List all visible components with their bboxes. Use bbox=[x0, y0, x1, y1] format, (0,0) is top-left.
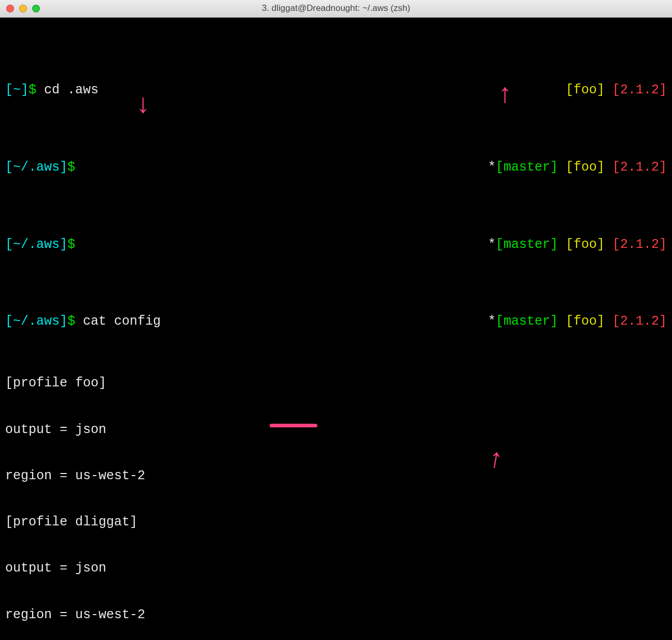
rprompt-version: [2.1.2] bbox=[612, 160, 667, 175]
rprompt-dirty: * bbox=[488, 237, 496, 252]
terminal-line: [~/.aws]$ cat config *[master] [foo] [2.… bbox=[5, 314, 667, 329]
terminal-line: [~/.aws]$ *[master] [foo] [2.1.2] bbox=[5, 160, 667, 175]
output-line: output = json bbox=[5, 561, 667, 576]
prompt-path: [~/.aws] bbox=[5, 160, 67, 175]
annotation-arrow-down-icon: ↓ bbox=[135, 92, 151, 119]
annotation-arrow-up-icon: ↑ bbox=[497, 82, 513, 109]
window-title: 3. dliggat@Dreadnought: ~/.aws (zsh) bbox=[262, 3, 410, 13]
rprompt-profile: [foo] bbox=[566, 82, 605, 98]
rprompt-version: [2.1.2] bbox=[612, 237, 667, 252]
rprompt-version: [2.1.2] bbox=[612, 314, 667, 329]
rprompt-branch: [master] bbox=[496, 160, 558, 175]
output-line: [profile dliggat] bbox=[5, 514, 667, 530]
rprompt-branch: [master] bbox=[496, 314, 558, 329]
prompt-dollar: $ bbox=[67, 314, 75, 329]
window-titlebar: 3. dliggat@Dreadnought: ~/.aws (zsh) bbox=[0, 0, 672, 18]
rprompt-dirty: * bbox=[488, 314, 496, 329]
rprompt-version: [2.1.2] bbox=[612, 82, 667, 98]
prompt-path: [~/.aws] bbox=[5, 237, 67, 252]
terminal-area[interactable]: [~]$ cd .aws [foo] [2.1.2] [~/.aws]$ *[m… bbox=[0, 18, 672, 640]
maximize-icon[interactable] bbox=[32, 5, 40, 12]
terminal-line: [~]$ cd .aws [foo] [2.1.2] bbox=[5, 82, 667, 98]
output-line: region = us-west-2 bbox=[5, 468, 667, 484]
rprompt-profile: [foo] bbox=[566, 237, 605, 252]
close-icon[interactable] bbox=[6, 5, 14, 12]
command-text: cd .aws bbox=[44, 82, 99, 98]
prompt-dollar: $ bbox=[67, 237, 75, 252]
minimize-icon[interactable] bbox=[19, 5, 27, 12]
prompt-path: [~/.aws] bbox=[5, 314, 67, 329]
command-text: cat config bbox=[83, 314, 161, 329]
rprompt-profile: [foo] bbox=[566, 314, 605, 329]
rprompt-profile: [foo] bbox=[566, 160, 605, 175]
prompt-path: [~] bbox=[5, 82, 29, 98]
annotation-underline-icon bbox=[270, 424, 317, 427]
terminal-line: [~/.aws]$ *[master] [foo] [2.1.2] bbox=[5, 237, 667, 253]
prompt-dollar: $ bbox=[29, 82, 36, 98]
output-line: [profile foo] bbox=[5, 375, 667, 391]
rprompt-branch: [master] bbox=[496, 237, 558, 252]
output-line: output = json bbox=[5, 422, 667, 438]
output-line: region = us-west-2 bbox=[5, 607, 667, 623]
rprompt-dirty: * bbox=[488, 160, 496, 175]
traffic-lights bbox=[6, 5, 40, 12]
prompt-dollar: $ bbox=[67, 160, 75, 175]
